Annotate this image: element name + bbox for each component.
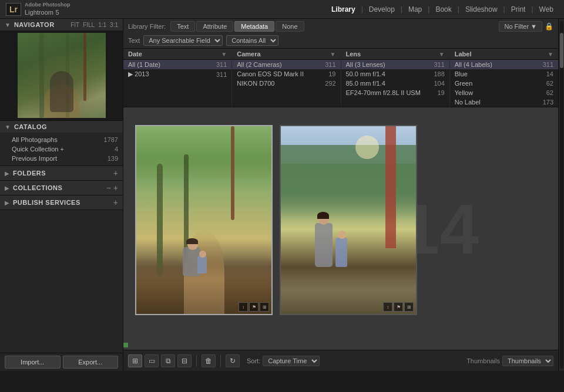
nav-map[interactable]: Map bbox=[404, 3, 427, 16]
grid-view-btn[interactable]: ⊞ bbox=[128, 354, 142, 367]
survey-view-btn[interactable]: ⊟ bbox=[177, 354, 192, 367]
nav-develop[interactable]: Develop bbox=[364, 3, 400, 16]
lens-all-item[interactable]: All (3 Lenses) 311 bbox=[341, 60, 449, 69]
label-nolabel-count: 173 bbox=[543, 99, 553, 106]
catalog-header[interactable]: ▼ Catalog bbox=[0, 121, 123, 133]
rotate-btn[interactable]: ↻ bbox=[226, 354, 240, 367]
scrollbar-track[interactable] bbox=[560, 21, 563, 369]
camera-nikon-item[interactable]: NIKON D700 292 bbox=[232, 79, 340, 88]
date-2013-name: ▶ 2013 bbox=[128, 70, 216, 78]
camera-nikon-count: 292 bbox=[325, 80, 335, 87]
module-nav: Library | Develop | Map | Book | Slidesh… bbox=[327, 3, 558, 16]
thumbnails-select[interactable]: Thumbnails bbox=[502, 356, 553, 366]
import-button[interactable]: Import... bbox=[5, 356, 61, 369]
right-scrollbar-panel bbox=[558, 19, 564, 371]
navigator-image bbox=[18, 33, 106, 118]
label-green-count: 62 bbox=[546, 80, 553, 87]
photo-thumb-1[interactable]: ↕ ⚑ ⊞ bbox=[135, 125, 273, 315]
label-yellow-name: Yellow bbox=[455, 89, 546, 96]
lightroom-version: 5 bbox=[56, 9, 59, 16]
compare-view-btn[interactable]: ⧉ bbox=[161, 354, 175, 367]
filter-tab-none[interactable]: None bbox=[276, 21, 304, 32]
scrollbar-thumb[interactable] bbox=[560, 33, 563, 68]
tree3 bbox=[83, 33, 86, 101]
photo-1-tools: ↕ ⚑ ⊞ bbox=[239, 302, 269, 312]
label-all-item[interactable]: All (4 Labels) 311 bbox=[450, 60, 558, 69]
lens-50mm-item[interactable]: 50.0 mm f/1.4 188 bbox=[341, 69, 449, 79]
folders-section[interactable]: ▶ Folders + bbox=[0, 166, 123, 181]
lens-85mm-item[interactable]: 85.0 mm f/1.4 104 bbox=[341, 79, 449, 88]
tree1 bbox=[39, 33, 44, 118]
label-nolabel-name: No Label bbox=[455, 99, 543, 106]
camera-col-title: Camera bbox=[237, 50, 260, 58]
export-button[interactable]: Export... bbox=[63, 356, 119, 369]
label-yellow-item[interactable]: Yellow 62 bbox=[450, 88, 558, 97]
label-blue-item[interactable]: Blue 14 bbox=[450, 69, 558, 79]
meta-col-date-header[interactable]: Date ▼ bbox=[123, 49, 231, 60]
nav-slideshow[interactable]: Slideshow bbox=[461, 3, 502, 16]
date-col-arrow: ▼ bbox=[221, 51, 227, 58]
meta-col-camera-header[interactable]: Camera ▼ bbox=[232, 49, 340, 60]
photo-thumb-2[interactable]: ↕ ⚑ ⊞ bbox=[280, 125, 417, 315]
sort-select[interactable]: Capture Time File Name Edit Time bbox=[263, 356, 320, 366]
photo-2-flag-btn[interactable]: ⚑ bbox=[394, 302, 403, 312]
contains-select[interactable]: Contains All bbox=[226, 35, 278, 46]
toolbar-sep-2 bbox=[220, 355, 221, 367]
filter-tab-text[interactable]: Text bbox=[170, 21, 195, 32]
collections-add-btn[interactable]: + bbox=[113, 183, 118, 192]
catalog-arrow: ▼ bbox=[5, 124, 11, 130]
publish-services-section[interactable]: ▶ Publish Services + bbox=[0, 195, 123, 210]
photo-2-rotate-btn[interactable]: ↕ bbox=[383, 302, 392, 312]
label-all-count: 311 bbox=[543, 61, 553, 68]
filter-tab-attribute[interactable]: Attribute bbox=[196, 21, 233, 32]
nav-print[interactable]: Print bbox=[506, 3, 531, 16]
camera-all-item[interactable]: All (2 Cameras) 311 bbox=[232, 60, 340, 69]
nav-library[interactable]: Library bbox=[327, 3, 360, 16]
child-head bbox=[199, 251, 206, 258]
fit-btn[interactable]: FIT bbox=[70, 22, 79, 28]
photo-1-rotate-btn[interactable]: ↕ bbox=[239, 302, 248, 312]
filter-tab-metadata[interactable]: Metadata bbox=[234, 21, 274, 32]
date-2013-item[interactable]: ▶ 2013 311 bbox=[123, 69, 231, 79]
lens-ef24-item[interactable]: EF24-70mm f/2.8L II USM 19 bbox=[341, 88, 449, 97]
date-col-title: Date bbox=[128, 50, 142, 58]
navigator-preview bbox=[0, 31, 123, 120]
folders-title: Folders bbox=[13, 170, 111, 177]
camera-canon-item[interactable]: Canon EOS SD Mark II 19 bbox=[232, 69, 340, 79]
date-all-item[interactable]: All (1 Date) 311 bbox=[123, 60, 231, 69]
previous-import-count: 139 bbox=[108, 155, 118, 162]
photo-1-image bbox=[136, 126, 271, 314]
meta-col-lens-header[interactable]: Lens ▼ bbox=[341, 49, 449, 60]
bottom-toolbar: ⊞ ▭ ⧉ ⊟ 🗑 ↻ Sort: Capture Time File Name… bbox=[123, 350, 558, 371]
publish-services-add-btn[interactable]: + bbox=[113, 198, 118, 207]
delete-btn[interactable]: 🗑 bbox=[202, 354, 216, 367]
label-yellow-count: 62 bbox=[546, 89, 553, 96]
meta-col-label-header[interactable]: Label ▼ bbox=[450, 49, 558, 60]
nav-book[interactable]: Book bbox=[431, 3, 456, 16]
no-filter-btn[interactable]: No Filter ▼ bbox=[499, 21, 542, 32]
catalog-previous-import[interactable]: Previous Import 139 bbox=[0, 154, 123, 163]
collections-minus-btn[interactable]: − bbox=[106, 183, 111, 192]
folders-add-btn[interactable]: + bbox=[113, 168, 118, 178]
catalog-all-photographs[interactable]: All Photographs 1787 bbox=[0, 135, 123, 144]
label-green-item[interactable]: Green 62 bbox=[450, 79, 558, 88]
1x1-btn[interactable]: 1:1 bbox=[98, 22, 106, 28]
collections-arrow: ▶ bbox=[5, 185, 9, 191]
loupe-view-btn[interactable]: ▭ bbox=[145, 354, 159, 367]
3x1-btn[interactable]: 3:1 bbox=[110, 22, 118, 28]
searchable-field-select[interactable]: Any Searchable Field bbox=[143, 35, 223, 46]
photo-1-flag-btn[interactable]: ⚑ bbox=[249, 302, 258, 312]
photo-1-zoom-btn[interactable]: ⊞ bbox=[260, 302, 269, 312]
filter-row: Text Any Searchable Field Contains All bbox=[123, 34, 558, 48]
photo-2-zoom-btn[interactable]: ⊞ bbox=[404, 302, 414, 312]
sort-label: Sort: bbox=[247, 357, 260, 364]
lens-50mm-name: 50.0 mm f/1.4 bbox=[346, 70, 434, 77]
collections-section[interactable]: ▶ Collections − + bbox=[0, 181, 123, 195]
lock-icon[interactable]: 🔒 bbox=[545, 22, 553, 31]
fill-btn[interactable]: FILL bbox=[83, 22, 95, 28]
navigator-header[interactable]: ▼ Navigator FIT FILL 1:1 3:1 bbox=[0, 19, 123, 31]
meta-col-lens: Lens ▼ All (3 Lenses) 311 50.0 mm f/1.4 … bbox=[341, 49, 450, 107]
label-nolabel-item[interactable]: No Label 173 bbox=[450, 97, 558, 107]
catalog-quick-collection[interactable]: Quick Collection + 4 bbox=[0, 144, 123, 154]
nav-web[interactable]: Web bbox=[535, 3, 558, 16]
